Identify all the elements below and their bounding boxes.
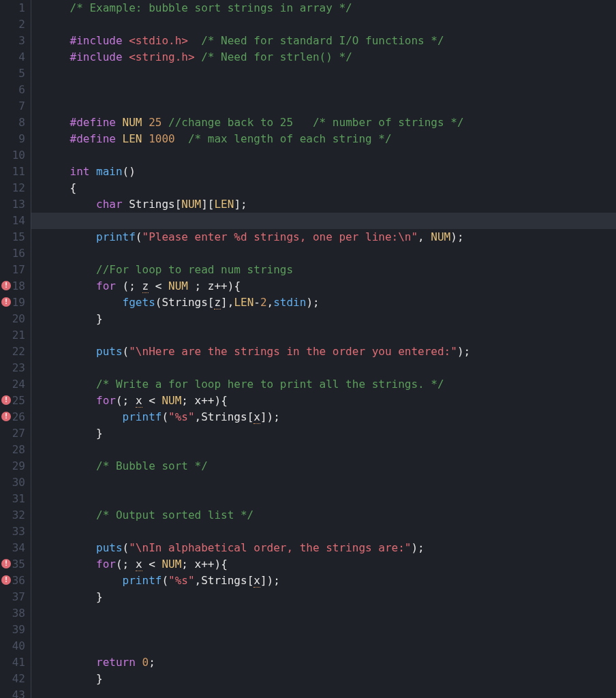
code-line[interactable] xyxy=(44,65,616,82)
line-number[interactable]: 41 xyxy=(4,654,25,671)
line-number[interactable]: 26 xyxy=(4,409,25,425)
line-number[interactable]: 25 xyxy=(4,393,25,409)
code-line[interactable] xyxy=(44,638,616,654)
code-line[interactable] xyxy=(44,147,616,164)
code-token: ; xyxy=(149,656,155,669)
line-number[interactable]: 8 xyxy=(4,115,25,131)
line-number[interactable]: 43 xyxy=(4,687,25,698)
code-line[interactable]: #include <string.h> /* Need for strlen()… xyxy=(44,49,616,65)
line-number[interactable]: 13 xyxy=(4,196,25,213)
code-line[interactable] xyxy=(44,687,616,698)
code-line[interactable]: } xyxy=(44,425,616,442)
code-line[interactable] xyxy=(31,213,616,229)
code-token xyxy=(44,378,96,391)
line-number[interactable]: 35 xyxy=(4,556,25,573)
code-line[interactable]: /* Output sorted list */ xyxy=(44,507,616,524)
code-line[interactable]: int main() xyxy=(44,164,616,180)
line-number[interactable]: 38 xyxy=(4,605,25,622)
line-number[interactable]: 3 xyxy=(4,33,25,49)
line-number[interactable]: 6 xyxy=(4,82,25,98)
code-line[interactable] xyxy=(44,245,616,262)
line-number[interactable]: 11 xyxy=(4,164,25,180)
code-token: ][ xyxy=(201,198,214,211)
line-number[interactable]: 2 xyxy=(4,16,25,33)
code-line[interactable] xyxy=(44,360,616,376)
code-line[interactable] xyxy=(44,524,616,540)
code-line[interactable]: #define LEN 1000 /* max length of each s… xyxy=(44,131,616,147)
line-number[interactable]: 40 xyxy=(4,638,25,654)
code-line[interactable]: } xyxy=(44,671,616,687)
code-line[interactable]: puts("\nHere are the strings in the orde… xyxy=(44,344,616,360)
code-line[interactable]: #define NUM 25 //change back to 25 /* nu… xyxy=(44,115,616,131)
line-number[interactable]: 23 xyxy=(4,360,25,376)
code-line[interactable]: printf("Please enter %d strings, one per… xyxy=(44,229,616,245)
line-number[interactable]: 18 xyxy=(4,278,25,294)
line-number[interactable]: 30 xyxy=(4,474,25,491)
code-line[interactable]: printf("%s",Strings[x]); xyxy=(44,409,616,425)
code-line[interactable] xyxy=(44,605,616,622)
line-number[interactable]: 31 xyxy=(4,491,25,507)
code-token: (; xyxy=(116,279,142,292)
line-number[interactable]: 37 xyxy=(4,589,25,605)
code-line[interactable] xyxy=(44,474,616,491)
line-number[interactable]: 14 xyxy=(4,213,25,229)
code-token: <string.h> xyxy=(129,50,194,63)
code-line[interactable] xyxy=(44,16,616,33)
code-line[interactable]: for(; x < NUM; x++){ xyxy=(44,393,616,409)
line-number[interactable]: 1 xyxy=(4,0,25,16)
line-number[interactable]: 10 xyxy=(4,147,25,164)
code-line[interactable]: { xyxy=(44,180,616,196)
line-number[interactable]: 15 xyxy=(4,229,25,245)
code-line[interactable]: /* Bubble sort */ xyxy=(44,458,616,474)
line-number[interactable]: 21 xyxy=(4,327,25,344)
code-editor[interactable]: 1234567891011121314151617181920212223242… xyxy=(0,0,616,698)
line-number[interactable]: 32 xyxy=(4,507,25,524)
code-token: () xyxy=(123,165,136,178)
code-line[interactable]: /* Write a for loop here to print all th… xyxy=(44,376,616,393)
line-number[interactable]: 34 xyxy=(4,540,25,556)
code-line[interactable] xyxy=(44,442,616,458)
line-number[interactable]: 16 xyxy=(4,245,25,262)
line-number[interactable]: 4 xyxy=(4,49,25,65)
line-number[interactable]: 12 xyxy=(4,180,25,196)
code-line[interactable]: } xyxy=(44,589,616,605)
code-token xyxy=(44,574,123,587)
line-number[interactable]: 27 xyxy=(4,425,25,442)
line-number[interactable]: 19 xyxy=(4,294,25,311)
code-token: #include xyxy=(70,34,129,47)
code-line[interactable]: for (; z < NUM ; z++){ xyxy=(44,278,616,294)
code-token: return xyxy=(96,656,136,669)
line-number[interactable]: 7 xyxy=(4,98,25,115)
line-number[interactable]: 36 xyxy=(4,573,25,589)
line-number[interactable]: 17 xyxy=(4,262,25,278)
code-token: LEN xyxy=(123,132,142,145)
line-number[interactable]: 24 xyxy=(4,376,25,393)
code-line[interactable]: /* Example: bubble sort strings in array… xyxy=(44,0,616,16)
code-line[interactable]: //For loop to read num strings xyxy=(44,262,616,278)
code-line[interactable] xyxy=(44,491,616,507)
line-number[interactable]: 5 xyxy=(4,65,25,82)
code-line[interactable] xyxy=(44,327,616,344)
code-line[interactable]: char Strings[NUM][LEN]; xyxy=(44,196,616,213)
line-number[interactable]: 28 xyxy=(4,442,25,458)
code-token: /* Need for strlen() */ xyxy=(201,50,352,63)
line-number[interactable]: 29 xyxy=(4,458,25,474)
code-line[interactable]: #include <stdio.h> /* Need for standard … xyxy=(44,33,616,49)
line-number[interactable]: 39 xyxy=(4,622,25,638)
code-line[interactable]: } xyxy=(44,311,616,327)
code-line[interactable] xyxy=(44,622,616,638)
code-line[interactable] xyxy=(44,82,616,98)
line-number[interactable]: 22 xyxy=(4,344,25,360)
code-line[interactable]: return 0; xyxy=(44,654,616,671)
line-number[interactable]: 9 xyxy=(4,131,25,147)
code-line[interactable]: printf("%s",Strings[x]); xyxy=(44,573,616,589)
line-number[interactable]: 20 xyxy=(4,311,25,327)
line-number[interactable]: 33 xyxy=(4,524,25,540)
code-line[interactable]: puts("\nIn alphabetical order, the strin… xyxy=(44,540,616,556)
code-line[interactable]: fgets(Strings[z],LEN-2,stdin); xyxy=(44,294,616,311)
line-number[interactable]: 42 xyxy=(4,671,25,687)
code-line[interactable]: for(; x < NUM; x++){ xyxy=(44,556,616,573)
line-number-gutter[interactable]: 1234567891011121314151617181920212223242… xyxy=(0,0,31,698)
code-line[interactable] xyxy=(44,98,616,115)
code-area[interactable]: /* Example: bubble sort strings in array… xyxy=(31,0,616,698)
